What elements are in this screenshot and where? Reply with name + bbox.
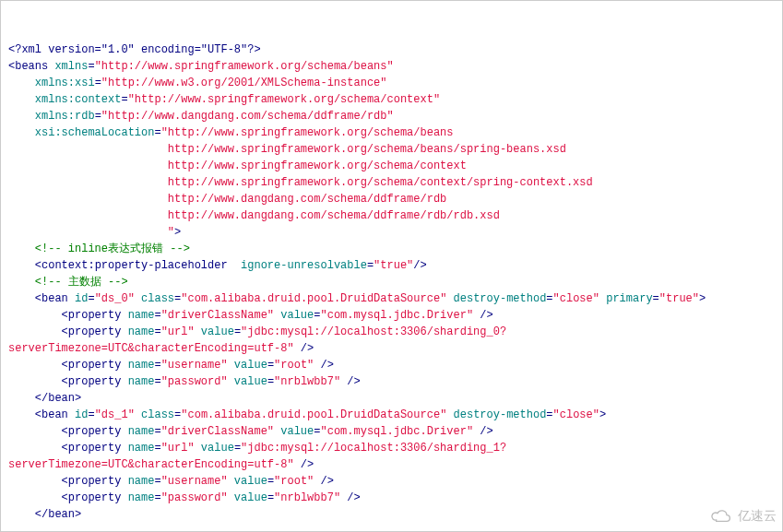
xml-code-block: <?xml version="1.0" encoding="UTF-8"?><b… — [8, 41, 775, 523]
